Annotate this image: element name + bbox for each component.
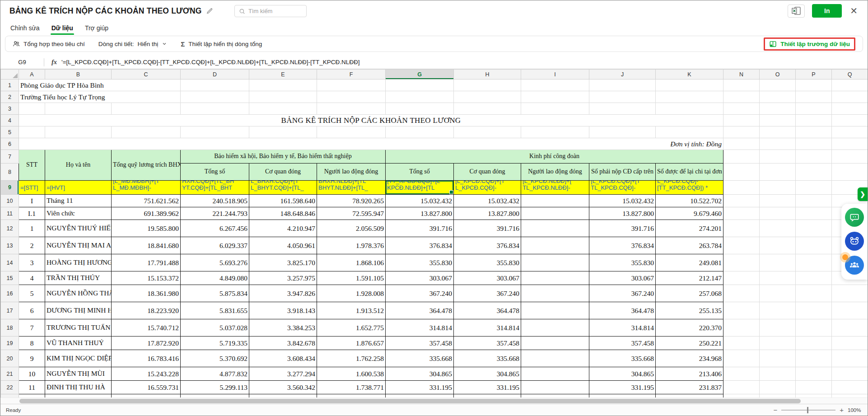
cell-B19[interactable]: VŨ THANH THUỶ [45, 337, 112, 350]
header-sub-7[interactable]: Số được để lại chi tại đơn vị [656, 164, 723, 181]
totals-row-setup-button[interactable]: Σ Thiết lập hiển thị dòng tổng [181, 40, 262, 48]
row-header-4[interactable]: 4 [1, 115, 19, 126]
cell-D17[interactable]: 5.831.655 [181, 302, 249, 319]
cell-empty[interactable] [112, 126, 181, 138]
cell-K9[interactable]: L_KPCĐ.CQĐ]-[TT_KPCĐ.CQĐ]) * [656, 181, 723, 195]
cell-G22[interactable]: 331.195 [386, 381, 454, 394]
cell-empty[interactable] [796, 164, 832, 181]
edit-title-icon[interactable] [206, 8, 213, 14]
cell-empty[interactable] [723, 126, 760, 138]
cell-empty[interactable] [723, 103, 760, 115]
row-header-13[interactable]: 13 [1, 237, 19, 254]
cell-empty[interactable] [19, 126, 45, 138]
cell-empty[interactable] [521, 79, 589, 91]
col-header-J[interactable]: J [589, 70, 656, 79]
row-header-16[interactable]: 16 [1, 285, 19, 302]
chat-fab[interactable] [845, 208, 864, 227]
cell-H12[interactable]: 391.716 [454, 220, 521, 237]
cell-C9[interactable]: [L_MĐ.MĐBH]+[TL_MĐ.MĐBH]- [112, 181, 181, 195]
cell-I21[interactable] [521, 367, 589, 381]
cell-empty[interactable] [796, 237, 832, 254]
cell-A10[interactable]: I [19, 195, 45, 207]
col-header-A[interactable]: A [19, 70, 45, 79]
cell-empty[interactable] [723, 302, 760, 319]
cell-G17[interactable]: 364.478 [386, 302, 454, 319]
cell-empty[interactable] [796, 367, 832, 381]
col-header-K[interactable]: K [656, 70, 723, 79]
cell-empty[interactable] [832, 319, 868, 337]
cell-empty[interactable] [181, 79, 249, 91]
cell-K13[interactable]: 263.784 [656, 237, 723, 254]
cell-empty[interactable] [832, 126, 868, 138]
cell-D18[interactable]: 5.037.028 [181, 319, 249, 337]
cell-empty[interactable] [760, 195, 796, 207]
cell-E16[interactable]: 3.947.826 [249, 285, 317, 302]
cell-B16[interactable]: NGUYỄN HỒNG THẮNG [45, 285, 112, 302]
cell-empty[interactable] [760, 150, 796, 164]
cell-J12[interactable]: 391.716 [589, 220, 656, 237]
cell-K17[interactable]: 255.135 [656, 302, 723, 319]
cell-G15[interactable]: 303.067 [386, 271, 454, 285]
cell-C21[interactable]: 15.243.228 [112, 367, 181, 381]
cell-I12[interactable] [521, 220, 589, 237]
cell-doc-title[interactable]: BẢNG KÊ TRÍCH NỘP CÁC KHOẢN THEO LƯƠNG [19, 115, 723, 126]
cell-empty[interactable] [723, 285, 760, 302]
close-icon[interactable]: ✕ [849, 6, 859, 15]
cell-E19[interactable]: 3.842.678 [249, 337, 317, 350]
cell-A15[interactable]: 4 [19, 271, 45, 285]
cell-empty[interactable] [249, 126, 317, 138]
zoom-slider-thumb[interactable] [807, 407, 808, 413]
cell-empty[interactable] [832, 138, 868, 150]
cell-empty[interactable] [760, 319, 796, 337]
cell-empty[interactable] [760, 271, 796, 285]
row-header-21[interactable]: 21 [1, 367, 19, 381]
cell-empty[interactable] [796, 319, 832, 337]
cell-F14[interactable]: 1.868.106 [317, 254, 386, 271]
cell-F13[interactable]: 1.978.376 [317, 237, 386, 254]
cell-H11[interactable]: 13.827.800 [454, 207, 521, 220]
cell-I14[interactable] [521, 254, 589, 271]
cell-empty[interactable] [181, 91, 249, 103]
cell-I10[interactable] [521, 195, 589, 207]
cell-empty[interactable] [723, 381, 760, 394]
cell-E9[interactable]: L_BHXH.CQĐ]+[TL_BHYT.CQĐ]+[TL_ [249, 181, 317, 195]
cell-empty[interactable] [760, 350, 796, 367]
cell-F12[interactable]: 2.056.509 [317, 220, 386, 237]
row-header-9[interactable]: 9 [1, 181, 19, 195]
cell-empty[interactable] [45, 103, 112, 115]
cell-E15[interactable]: 3.257.975 [249, 271, 317, 285]
header-sub-1[interactable]: Cơ quan đóng [249, 164, 317, 181]
cell-C13[interactable]: 18.841.680 [112, 237, 181, 254]
cell-F17[interactable]: 1.913.512 [317, 302, 386, 319]
cell-E21[interactable]: 3.277.294 [249, 367, 317, 381]
cell-empty[interactable] [832, 350, 868, 367]
cell-B9[interactable]: =[HVT] [45, 181, 112, 195]
cell-E12[interactable]: 4.210.947 [249, 220, 317, 237]
cell-empty[interactable] [386, 103, 454, 115]
cell-G10[interactable]: 15.032.432 [386, 195, 454, 207]
cell-B20[interactable]: KIM THỊ NGỌC DIỆP [45, 350, 112, 367]
row-header-19[interactable]: 19 [1, 337, 19, 350]
cell-H10[interactable]: 15.032.432 [454, 195, 521, 207]
cell-empty[interactable] [723, 367, 760, 381]
cell-empty[interactable] [796, 337, 832, 350]
cell-E20[interactable]: 3.608.434 [249, 350, 317, 367]
search-box[interactable] [234, 5, 307, 17]
cell-empty[interactable] [760, 79, 796, 91]
cell-B15[interactable]: TRẦN THỊ THÚY [45, 271, 112, 285]
cell-J22[interactable]: 331.195 [589, 381, 656, 394]
cell-G19[interactable]: 357.458 [386, 337, 454, 350]
cell-empty[interactable] [760, 302, 796, 319]
export-excel-button[interactable] [788, 5, 805, 18]
row-header-6[interactable]: 6 [1, 138, 19, 150]
cell-J9[interactable]: [L_KPCĐ.CQĐ]+[TTL_KPCĐ.CQĐ]- [589, 181, 656, 195]
cell-empty[interactable] [723, 254, 760, 271]
cell-empty[interactable] [796, 115, 832, 126]
cell-empty[interactable] [760, 285, 796, 302]
cell-D16[interactable]: 5.875.834 [181, 285, 249, 302]
cell-H19[interactable]: 357.458 [454, 337, 521, 350]
cell-I17[interactable] [521, 302, 589, 319]
cell-E17[interactable]: 3.918.143 [249, 302, 317, 319]
cell-empty[interactable] [656, 79, 723, 91]
cell-A21[interactable]: 10 [19, 367, 45, 381]
